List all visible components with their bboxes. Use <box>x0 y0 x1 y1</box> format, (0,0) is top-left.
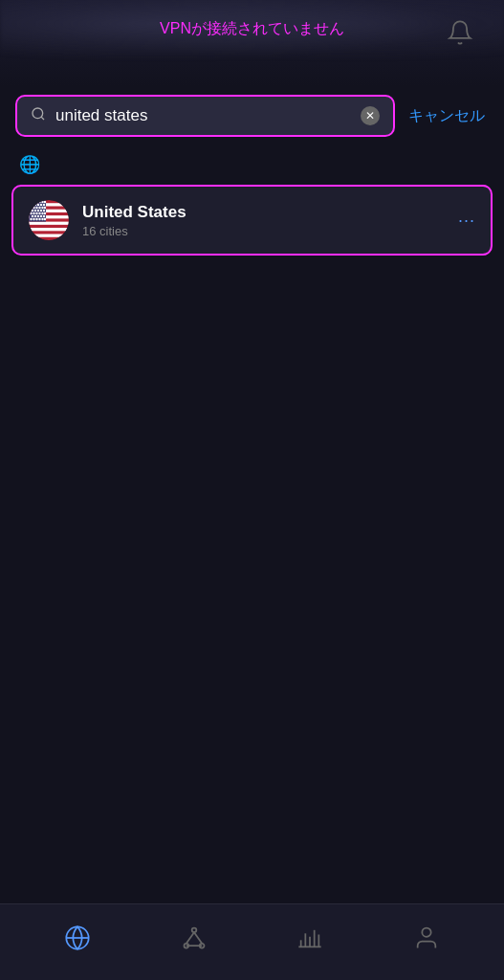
header: VPNが接続されていません <box>0 0 504 39</box>
svg-point-18 <box>34 204 36 206</box>
profile-icon <box>413 924 440 951</box>
svg-point-31 <box>40 210 42 212</box>
svg-point-43 <box>43 215 45 217</box>
country-info: United States 16 cities <box>82 203 445 238</box>
search-clear-button[interactable]: ✕ <box>361 106 380 125</box>
svg-point-29 <box>34 210 36 212</box>
country-name: United States <box>82 203 445 222</box>
svg-point-34 <box>33 212 34 214</box>
notification-icon[interactable] <box>447 19 473 52</box>
clear-icon: ✕ <box>365 109 375 122</box>
search-area: ✕ キャンセル <box>0 83 504 148</box>
nav-item-network[interactable] <box>165 917 223 959</box>
svg-point-47 <box>38 218 40 220</box>
svg-point-25 <box>38 207 40 209</box>
svg-point-40 <box>34 215 36 217</box>
svg-point-49 <box>44 218 46 220</box>
svg-rect-7 <box>29 222 69 225</box>
svg-point-32 <box>43 210 45 212</box>
search-input[interactable] <box>55 106 351 125</box>
search-icon <box>31 106 46 125</box>
section-header: 🌐 <box>0 148 504 181</box>
svg-line-56 <box>194 932 202 944</box>
svg-point-22 <box>30 207 32 209</box>
svg-point-36 <box>38 212 40 214</box>
search-input-wrapper: ✕ <box>15 95 395 137</box>
svg-point-42 <box>40 215 42 217</box>
svg-point-30 <box>37 210 39 212</box>
svg-point-27 <box>44 207 46 209</box>
svg-rect-9 <box>29 234 69 237</box>
nav-item-profile[interactable] <box>398 917 455 959</box>
svg-point-21 <box>43 204 45 206</box>
svg-point-23 <box>33 207 34 209</box>
svg-point-12 <box>33 201 34 203</box>
svg-point-20 <box>40 204 42 206</box>
cancel-button[interactable]: キャンセル <box>405 102 489 130</box>
svg-point-52 <box>191 927 196 932</box>
country-subtitle: 16 cities <box>82 224 445 238</box>
results-list: United States 16 cities ··· <box>0 185 504 256</box>
svg-point-46 <box>35 218 37 220</box>
nav-item-globe[interactable] <box>49 917 106 959</box>
country-flag <box>29 200 69 240</box>
svg-point-16 <box>44 201 46 203</box>
bottom-navigation <box>0 903 504 980</box>
nav-item-stats[interactable] <box>281 917 339 959</box>
svg-point-0 <box>33 108 43 119</box>
svg-line-1 <box>41 117 44 120</box>
svg-point-14 <box>38 201 40 203</box>
svg-point-38 <box>44 212 46 214</box>
svg-point-64 <box>422 927 430 936</box>
more-options-button[interactable]: ··· <box>458 211 475 231</box>
ellipsis-icon: ··· <box>458 211 475 230</box>
svg-point-48 <box>41 218 43 220</box>
svg-point-44 <box>30 218 32 220</box>
svg-point-33 <box>30 212 32 214</box>
vpn-status-text: VPNが接続されていません <box>160 11 344 39</box>
svg-point-35 <box>35 212 37 214</box>
svg-point-11 <box>30 201 32 203</box>
globe-icon <box>64 924 91 951</box>
svg-line-55 <box>186 932 193 944</box>
svg-point-13 <box>35 201 37 203</box>
country-result-item[interactable]: United States 16 cities ··· <box>11 185 493 256</box>
svg-point-45 <box>33 218 34 220</box>
svg-point-28 <box>32 210 33 212</box>
network-icon <box>181 924 208 951</box>
svg-point-15 <box>41 201 43 203</box>
svg-point-41 <box>37 215 39 217</box>
svg-point-37 <box>41 212 43 214</box>
header-overlay: VPNが接続されていません <box>15 11 489 39</box>
us-flag-svg <box>29 200 69 240</box>
svg-point-24 <box>35 207 37 209</box>
svg-rect-8 <box>29 228 69 231</box>
svg-point-39 <box>32 215 33 217</box>
svg-point-26 <box>41 207 43 209</box>
section-icon: 🌐 <box>19 155 40 174</box>
svg-point-19 <box>37 204 39 206</box>
svg-point-17 <box>32 204 33 206</box>
stats-icon <box>296 924 323 951</box>
svg-rect-4 <box>29 203 69 206</box>
